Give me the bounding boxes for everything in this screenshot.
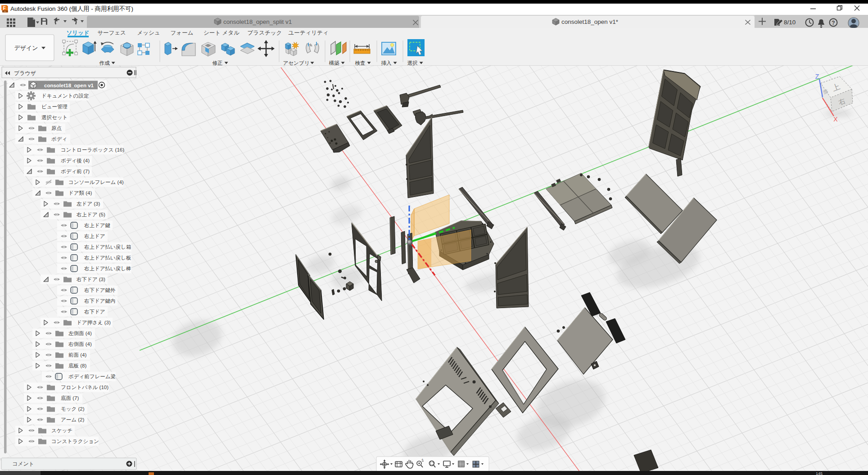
svg-text:右上ドア払い戻し板: 右上ドア払い戻し板 <box>84 255 131 260</box>
svg-text:右下ドア鍵外: 右下ドア鍵外 <box>84 287 116 293</box>
svg-text:consolet18_open v1*: consolet18_open v1* <box>561 18 619 25</box>
svg-text:consolet18_open_split v1: consolet18_open_split v1 <box>223 18 292 25</box>
svg-text:作成: 作成 <box>99 60 110 66</box>
svg-text:挿入: 挿入 <box>381 60 392 66</box>
svg-text:底板 (8): 底板 (8) <box>68 363 86 368</box>
svg-text:検査: 検査 <box>355 60 366 66</box>
svg-text:ソリッド: ソリッド <box>66 30 89 36</box>
svg-text:モック (2): モック (2) <box>61 406 85 412</box>
svg-text:ドア押さえ (3): ドア押さえ (3) <box>77 320 111 325</box>
svg-text:右上ドア: 右上ドア <box>84 233 105 239</box>
svg-text:ユーティリティ: ユーティリティ <box>288 30 328 36</box>
svg-text:右下ドア鍵内: 右下ドア鍵内 <box>84 298 116 304</box>
svg-text:F: F <box>3 6 5 11</box>
svg-text:コンソールフレーム (4): コンソールフレーム (4) <box>68 179 124 185</box>
svg-text:ブラウザ: ブラウザ <box>14 70 36 76</box>
svg-text:+: + <box>421 457 424 462</box>
svg-text:ボディ前 (7): ボディ前 (7) <box>61 169 90 174</box>
svg-text:コンストラクション: コンストラクション <box>51 439 99 444</box>
svg-text:ボディ前フレーム梁: ボディ前フレーム梁 <box>68 374 116 379</box>
svg-text:コントローラボックス (16): コントローラボックス (16) <box>61 147 124 152</box>
svg-text:ビュー管理: ビュー管理 <box>41 104 68 109</box>
svg-text:ドキュメントの設定: ドキュメントの設定 <box>41 93 89 99</box>
svg-text:前面 (4): 前面 (4) <box>68 352 86 358</box>
svg-text:Z: Z <box>815 73 819 80</box>
svg-text:?: ? <box>832 20 835 26</box>
svg-text:consolet18_open v1: consolet18_open v1 <box>44 83 94 88</box>
svg-text:右上ドア (5): 右上ドア (5) <box>76 212 105 217</box>
svg-text:右上ドア払い戻し箱: 右上ドア払い戻し箱 <box>84 244 131 250</box>
svg-text:左側面 (4): 左側面 (4) <box>68 331 92 336</box>
svg-text:右下ドア (3): 右下ドア (3) <box>76 277 105 282</box>
svg-text:選択セット: 選択セット <box>41 115 68 120</box>
svg-text:Autodesk Fusion 360 (個人用 - 商用利: Autodesk Fusion 360 (個人用 - 商用利用不可) <box>10 5 133 12</box>
svg-text:145: 145 <box>816 471 823 475</box>
svg-text:X: X <box>833 116 838 123</box>
svg-text:8/10: 8/10 <box>784 19 796 26</box>
svg-text:アセンブリ: アセンブリ <box>283 60 310 66</box>
svg-text:プラスチック: プラスチック <box>248 30 282 36</box>
svg-text:シート メタル: シート メタル <box>203 30 240 36</box>
svg-text:原点: 原点 <box>51 125 62 131</box>
svg-text:コメント: コメント <box>12 461 34 467</box>
svg-text:サーフェス: サーフェス <box>97 30 126 36</box>
svg-text:構築: 構築 <box>329 60 340 66</box>
svg-text:ボディ: ボディ <box>51 136 67 142</box>
svg-text:修正: 修正 <box>212 60 223 66</box>
svg-text:右側面 (4): 右側面 (4) <box>68 341 92 347</box>
svg-text:ドア類 (4): ドア類 (4) <box>68 190 92 196</box>
svg-text:右下ドア: 右下ドア <box>84 309 105 314</box>
svg-text:360: 360 <box>4 11 6 13</box>
svg-text:右上ドア払い戻し棒: 右上ドア払い戻し棒 <box>84 266 131 271</box>
svg-text:デザイン: デザイン <box>14 45 38 51</box>
svg-text:ボディ後 (4): ボディ後 (4) <box>61 158 90 163</box>
svg-text:メッシュ: メッシュ <box>137 30 160 36</box>
svg-text:底面 (7): 底面 (7) <box>61 395 79 401</box>
svg-text:フロントパネル (10): フロントパネル (10) <box>61 385 108 390</box>
svg-text:左ドア (3): 左ドア (3) <box>77 201 100 206</box>
svg-text:フォーム: フォーム <box>171 30 194 36</box>
svg-text:右上ドア鍵: 右上ドア鍵 <box>84 223 110 228</box>
svg-text:選択: 選択 <box>407 60 418 66</box>
svg-text:スケッチ: スケッチ <box>51 428 72 433</box>
svg-text:アーム (2): アーム (2) <box>61 417 84 422</box>
